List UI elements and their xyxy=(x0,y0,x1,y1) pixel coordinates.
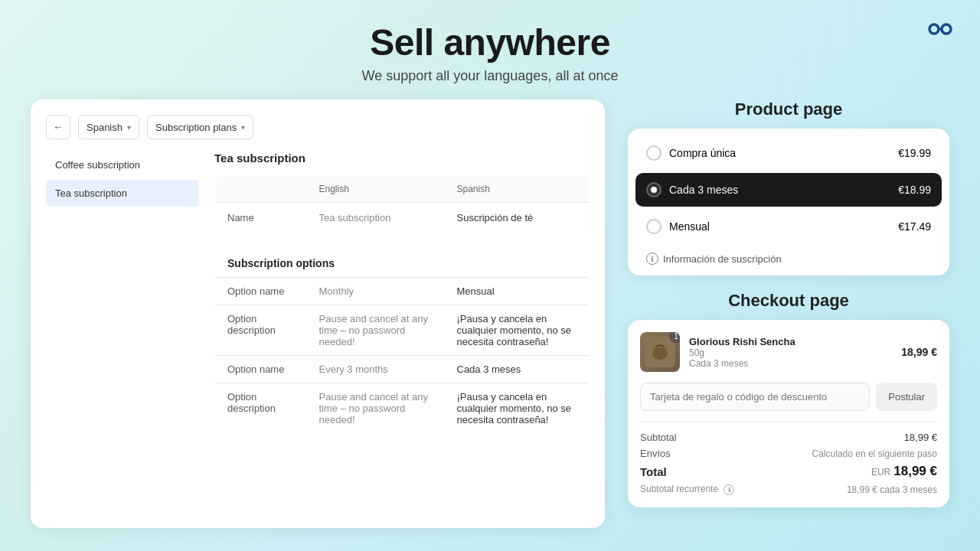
options-header-row: Subscription options xyxy=(215,249,590,278)
option-desc-spanish-2: ¡Pausa y cancela en cualquier momento, n… xyxy=(445,383,590,434)
table-row: Name Tea subscription Suscripción de té xyxy=(215,203,590,233)
left-panel: ← Spanish ▾ Subscription plans ▾ Coffee … xyxy=(31,99,605,528)
apply-discount-button[interactable]: Postular xyxy=(876,383,937,411)
toolbar: ← Spanish ▾ Subscription plans ▾ xyxy=(46,115,590,139)
sidebar-item-coffee[interactable]: Coffee subscription xyxy=(46,152,199,178)
product-thumbnail: 1 xyxy=(640,332,680,372)
product-page-section: Product page Compra única €19.99 Cada 3 … xyxy=(628,99,949,276)
page-subtitle: We support all your languages, all at on… xyxy=(0,68,980,84)
sidebar: Coffee subscription Tea subscription xyxy=(46,152,199,434)
recurring-row: Subtotal recurrente ℹ 18,99 € cada 3 mes… xyxy=(640,484,937,495)
col-spanish-header: Spanish xyxy=(445,176,590,203)
language-label: Spanish xyxy=(87,122,122,133)
col-label-header xyxy=(215,176,307,203)
recurring-label: Subtotal recurrente ℹ xyxy=(640,484,734,495)
option-name-english-2: Every 3 months xyxy=(307,356,445,383)
options-header-label: Subscription options xyxy=(215,249,590,278)
chevron-down-icon: ▾ xyxy=(241,123,245,132)
page-title: Sell anywhere xyxy=(0,21,980,64)
product-page-title: Product page xyxy=(628,99,949,119)
content-area: Coffee subscription Tea subscription Tea… xyxy=(46,152,590,434)
section-title: Tea subscription xyxy=(214,152,590,165)
subscription-info-text: Información de suscripción xyxy=(663,253,782,265)
subtotal-label: Subtotal xyxy=(640,432,677,443)
option-name-english-1: Monthly xyxy=(307,278,445,305)
product-option-1[interactable]: Compra única €19.99 xyxy=(635,136,942,170)
radio-unchecked-icon xyxy=(646,219,662,234)
total-label: Total xyxy=(640,465,667,478)
table-row: Option description Pause and cancel at a… xyxy=(215,383,590,434)
page-header: Sell anywhere We support all your langua… xyxy=(0,0,980,99)
plan-filter-dropdown[interactable]: Subscription plans ▾ xyxy=(147,115,253,139)
checkout-product-name: Glorious Rishi Sencha xyxy=(689,336,892,347)
sidebar-item-tea[interactable]: Tea subscription xyxy=(46,180,199,207)
option-price-3: €17.49 xyxy=(898,220,931,233)
table-row: Option description Pause and cancel at a… xyxy=(215,305,590,356)
subscription-options-table: Subscription options Option name Monthly… xyxy=(214,249,590,434)
option-label-2: Cada 3 meses xyxy=(669,184,738,196)
option-price-1: €19.99 xyxy=(898,147,931,159)
plan-filter-label: Subscription plans xyxy=(155,122,237,133)
checkout-page-section: Checkout page 1 xyxy=(628,291,949,507)
option-desc-english-2: Pause and cancel at any time – no passwo… xyxy=(307,383,445,434)
discount-row: Postular xyxy=(640,383,937,411)
option-label-1: Compra única xyxy=(669,147,736,159)
table-row: Option name Every 3 months Cada 3 meses xyxy=(215,356,590,383)
option-name-spanish-2: Cada 3 meses xyxy=(445,356,590,383)
info-icon: ℹ xyxy=(724,484,734,495)
shipping-row: Envíos Calculado en el siguiente paso xyxy=(640,448,937,459)
back-button[interactable]: ← xyxy=(46,115,70,139)
chevron-down-icon: ▾ xyxy=(127,123,131,132)
product-option-3[interactable]: Mensual €17.49 xyxy=(635,210,942,243)
option-price-2: €18.99 xyxy=(898,184,931,196)
checkout-page-title: Checkout page xyxy=(628,291,949,311)
logo xyxy=(923,18,957,43)
checkout-product-weight: 50g xyxy=(689,347,892,358)
total-value: EUR18,99 € xyxy=(871,464,937,479)
right-panel: Product page Compra única €19.99 Cada 3 … xyxy=(628,99,949,528)
col-english-header: English xyxy=(307,176,445,203)
checkout-product-row: 1 Glorious Rishi Sencha 50g Cada 3 meses… xyxy=(640,332,937,372)
checkout-card: 1 Glorious Rishi Sencha 50g Cada 3 meses… xyxy=(628,320,949,507)
option-name-label-2: Option name xyxy=(215,356,307,383)
totals-section: Subtotal 18,99 € Envíos Calculado en el … xyxy=(640,422,937,495)
option-desc-spanish-1: ¡Pausa y cancela en cualquier momento, n… xyxy=(445,305,590,356)
language-dropdown[interactable]: Spanish ▾ xyxy=(78,115,139,139)
svg-point-2 xyxy=(652,347,668,360)
total-amount: 18,99 € xyxy=(893,464,937,478)
row-name-english: Tea subscription xyxy=(307,203,445,233)
row-name-spanish: Suscripción de té xyxy=(445,203,590,233)
main-content: Tea subscription English Spanish Name xyxy=(199,152,590,434)
option-desc-label-2: Option description xyxy=(215,383,307,434)
subtotal-value: 18,99 € xyxy=(904,432,937,443)
checkout-product-subscription: Cada 3 meses xyxy=(689,358,892,369)
subscription-plan-table: English Spanish Name Tea subscription Su… xyxy=(214,175,590,233)
subtotal-row: Subtotal 18,99 € xyxy=(640,432,937,443)
option-label-3: Mensual xyxy=(669,220,710,233)
table-row: Option name Monthly Mensual xyxy=(215,278,590,305)
discount-input[interactable] xyxy=(640,383,870,411)
subscription-info-row: ℹ Información de suscripción xyxy=(635,246,942,268)
shipping-value: Calculado en el siguiente paso xyxy=(812,448,937,459)
product-card: Compra única €19.99 Cada 3 meses €18.99 xyxy=(628,129,949,276)
total-currency: EUR xyxy=(871,467,890,478)
row-name-label: Name xyxy=(215,203,307,233)
option-desc-label-1: Option description xyxy=(215,305,307,356)
recurring-value: 18,99 € cada 3 meses xyxy=(847,484,937,495)
shipping-label: Envíos xyxy=(640,448,671,459)
radio-checked-icon xyxy=(646,182,662,197)
radio-unchecked-icon xyxy=(646,145,662,161)
checkout-product-price: 18,99 € xyxy=(901,346,937,358)
option-name-label-1: Option name xyxy=(215,278,307,305)
product-option-2[interactable]: Cada 3 meses €18.99 xyxy=(635,173,942,207)
option-desc-english-1: Pause and cancel at any time – no passwo… xyxy=(307,305,445,356)
option-name-spanish-1: Mensual xyxy=(445,278,590,305)
info-circle-icon: ℹ xyxy=(646,253,658,265)
grand-total-row: Total EUR18,99 € xyxy=(640,464,937,479)
